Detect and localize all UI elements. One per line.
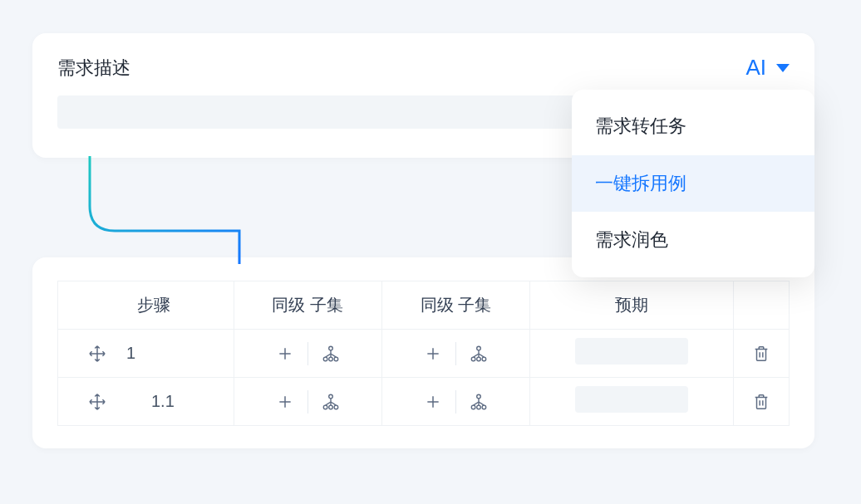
ai-label: AI — [745, 55, 766, 81]
step-number: 1.1 — [126, 392, 175, 411]
svg-point-0 — [328, 346, 332, 350]
dropdown-item-requirement-to-task[interactable]: 需求转任务 — [572, 98, 814, 155]
svg-point-1 — [323, 357, 327, 361]
column-header-sibling-2: 同级 子集 — [381, 281, 529, 330]
expected-input[interactable] — [575, 386, 688, 413]
add-child-button[interactable] — [465, 388, 493, 416]
column-header-step: 步骤 — [58, 281, 234, 330]
add-sibling-button[interactable] — [419, 388, 447, 416]
dropdown-item-split-cases[interactable]: 一键拆用例 — [572, 155, 814, 213]
step-number: 1 — [126, 344, 135, 363]
steps-table: 步骤 同级 子集 同级 子集 预期 1 — [57, 281, 790, 426]
column-header-sibling-1: 同级 子集 — [234, 281, 381, 330]
delete-button[interactable] — [747, 340, 775, 368]
svg-point-3 — [334, 357, 338, 361]
divider — [308, 390, 308, 413]
svg-point-10 — [328, 405, 332, 409]
delete-button[interactable] — [747, 388, 775, 416]
move-handle-icon[interactable] — [83, 340, 111, 368]
table-row: 1.1 — [58, 378, 790, 426]
svg-point-12 — [477, 394, 481, 399]
card-header: 需求描述 AI — [57, 55, 790, 81]
divider — [455, 390, 456, 413]
table-row: 1 — [58, 330, 790, 378]
column-header-actions — [734, 281, 790, 330]
add-sibling-button[interactable] — [271, 340, 299, 368]
divider — [455, 342, 456, 365]
svg-point-13 — [471, 405, 475, 409]
connector-line — [81, 156, 256, 264]
move-handle-icon[interactable] — [83, 388, 111, 416]
steps-table-card: 步骤 同级 子集 同级 子集 预期 1 — [32, 257, 814, 448]
svg-point-8 — [328, 394, 332, 399]
add-sibling-button[interactable] — [419, 340, 447, 368]
svg-point-4 — [477, 346, 481, 350]
svg-point-15 — [482, 405, 486, 409]
add-sibling-button[interactable] — [271, 388, 299, 416]
svg-point-2 — [328, 357, 332, 361]
svg-point-5 — [471, 357, 475, 361]
expected-input[interactable] — [575, 338, 688, 365]
ai-dropdown-trigger[interactable]: AI — [745, 55, 790, 81]
chevron-down-icon — [776, 64, 790, 72]
svg-point-7 — [482, 357, 486, 361]
add-child-button[interactable] — [465, 340, 493, 368]
add-child-button[interactable] — [317, 388, 345, 416]
add-child-button[interactable] — [317, 340, 345, 368]
svg-point-14 — [477, 405, 481, 409]
svg-point-11 — [334, 405, 338, 409]
divider — [308, 342, 308, 365]
svg-point-6 — [477, 357, 481, 361]
dropdown-item-polish[interactable]: 需求润色 — [572, 212, 814, 269]
page-title: 需求描述 — [57, 56, 130, 81]
column-header-expected: 预期 — [530, 281, 734, 330]
ai-dropdown-menu: 需求转任务 一键拆用例 需求润色 — [572, 90, 814, 277]
svg-point-9 — [323, 405, 327, 409]
